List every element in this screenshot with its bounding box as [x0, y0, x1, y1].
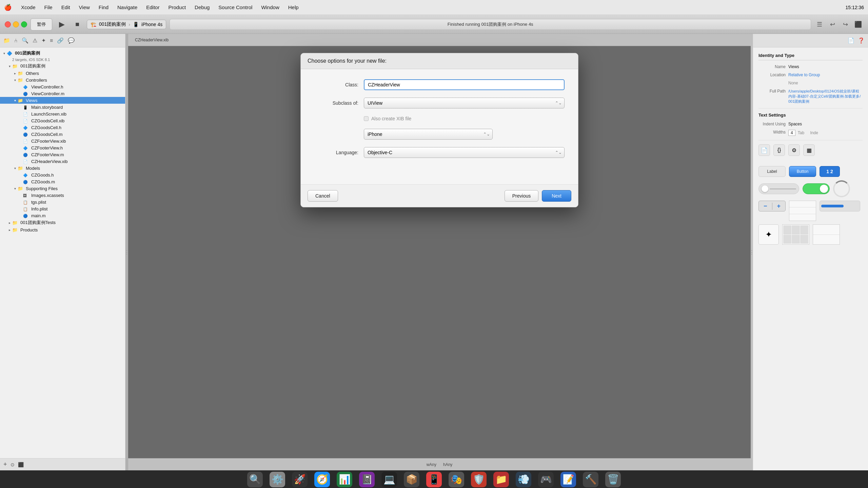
cancel-button[interactable]: Cancel: [308, 190, 338, 202]
folder-icon-btn[interactable]: 📁: [3, 37, 10, 44]
comment-icon-btn[interactable]: 💬: [68, 37, 75, 44]
content-tab-czheaderview[interactable]: CZHeaderView.xib: [132, 36, 172, 44]
git-icon-btn[interactable]: ⑃: [14, 38, 18, 44]
list-icon-btn[interactable]: ≡: [50, 38, 53, 44]
menu-file[interactable]: File: [43, 4, 54, 11]
stop-label-btn[interactable]: 暂停: [31, 18, 52, 30]
rp-12-widget-box[interactable]: 1 2: [820, 166, 840, 177]
apple-menu[interactable]: 🍎: [4, 4, 12, 11]
dock-filezilla[interactable]: 📁: [493, 472, 509, 487]
sidebar-item-czgoodscell-xib[interactable]: CZGoodsCell.xib: [0, 117, 125, 124]
sidebar-item-main-m[interactable]: main.m: [0, 212, 125, 219]
rp-file-icon-btn[interactable]: 📄: [758, 144, 770, 156]
sidebar-resize-handle[interactable]: [125, 34, 128, 470]
sidebar-item-info-plist[interactable]: Info.plist: [0, 205, 125, 212]
back-btn[interactable]: ↩: [827, 19, 837, 29]
next-button[interactable]: Next: [542, 190, 571, 202]
dock-cleanmymac[interactable]: 🛡️: [471, 472, 487, 487]
sidebar-item-main-storyboard[interactable]: Main.storyboard: [0, 104, 125, 110]
dock-xcode[interactable]: 🔨: [583, 472, 598, 487]
menu-product[interactable]: Product: [167, 4, 187, 11]
dock-launchpad[interactable]: 🚀: [292, 472, 308, 487]
menu-navigate[interactable]: Navigate: [116, 4, 139, 11]
dock-excel[interactable]: 📊: [337, 472, 352, 487]
rp-slider-widget[interactable]: [758, 183, 799, 194]
rp-button-widget-box[interactable]: Button: [789, 166, 816, 177]
sidebar-item-root[interactable]: 001团购案例: [0, 49, 125, 57]
rp-spinner-widget[interactable]: [833, 180, 850, 197]
dock-presentation[interactable]: 📱: [426, 472, 442, 487]
sidebar-item-products[interactable]: Products: [0, 226, 125, 233]
sidebar-item-czgoods-h[interactable]: CZGoods.h: [0, 171, 125, 178]
dock-sysprefs[interactable]: ⚙️: [270, 472, 285, 487]
dock-finder[interactable]: 🔍: [247, 472, 263, 487]
rp-table-widget[interactable]: [789, 201, 816, 221]
class-input[interactable]: [364, 79, 565, 90]
hierarchy-view-btn[interactable]: ☰: [814, 19, 825, 29]
subclass-select[interactable]: UIView: [364, 98, 565, 108]
menu-window[interactable]: Window: [260, 4, 280, 11]
rp-grid-widget[interactable]: [782, 224, 809, 245]
sidebar-item-images-xcassets[interactable]: Images.xcassets: [0, 192, 125, 199]
rp-gear-icon-btn[interactable]: ⚙: [788, 144, 800, 156]
dock-dash[interactable]: 💨: [516, 472, 531, 487]
rp-doc-icon[interactable]: 📄: [848, 37, 854, 44]
sidebar-item-views[interactable]: Views: [0, 97, 125, 104]
menu-edit[interactable]: Edit: [60, 4, 72, 11]
rp-label-widget-box[interactable]: Label: [758, 166, 786, 177]
dock-safari[interactable]: 🧭: [314, 472, 330, 487]
rp-layout-icon-btn[interactable]: ▦: [803, 144, 815, 156]
menu-xcode[interactable]: Xcode: [20, 4, 37, 11]
menu-find[interactable]: Find: [97, 4, 110, 11]
dock-app2[interactable]: 🎭: [449, 472, 464, 487]
also-create-xib-checkbox[interactable]: [364, 116, 369, 121]
layout-btn[interactable]: ⬛: [853, 19, 863, 29]
rp-help-icon[interactable]: ❓: [858, 37, 865, 44]
sidebar-item-czfooterview-m[interactable]: CZFooterView.m: [0, 151, 125, 158]
rp-split-widget[interactable]: [813, 224, 840, 245]
stop-button[interactable]: ■: [71, 18, 83, 30]
dock-trash[interactable]: 🗑️: [605, 472, 621, 487]
rp-brace-icon-btn[interactable]: {}: [773, 144, 785, 156]
language-select[interactable]: Objective-C Swift: [364, 147, 565, 158]
sidebar-item-viewcontroller-h[interactable]: ViewController.h: [0, 83, 125, 90]
dock-terminal[interactable]: 💻: [381, 472, 397, 487]
menu-view[interactable]: View: [78, 4, 91, 11]
sidebar-item-czgoodscell-m[interactable]: CZGoodsCell.m: [0, 131, 125, 138]
sidebar-item-launchscreen[interactable]: LaunchScreen.xib: [0, 110, 125, 117]
sidebar-item-tests[interactable]: 001团购案例Tests: [0, 219, 125, 226]
forward-btn[interactable]: ↪: [840, 19, 850, 29]
menu-help[interactable]: Help: [287, 4, 300, 11]
dock-app1[interactable]: 📦: [404, 472, 419, 487]
sidebar-item-others[interactable]: Others: [0, 70, 125, 77]
rp-toggle-widget[interactable]: [803, 183, 830, 194]
sidebar-item-czfooterview-h[interactable]: CZFooterView.h: [0, 144, 125, 151]
search-icon-btn[interactable]: 🔍: [22, 37, 28, 44]
menu-editor[interactable]: Editor: [145, 4, 161, 11]
sidebar-item-czgoods-m[interactable]: CZGoods.m: [0, 178, 125, 185]
link-icon-btn[interactable]: 🔗: [57, 37, 64, 44]
iphone-select[interactable]: iPhone iPad Universal: [364, 129, 493, 140]
previous-button[interactable]: Previous: [505, 190, 538, 202]
sidebar-item-czgoodscell-h[interactable]: CZGoodsCell.h: [0, 124, 125, 131]
dock-app3[interactable]: 🎮: [538, 472, 554, 487]
minimize-button[interactable]: [13, 21, 19, 27]
close-button[interactable]: [5, 21, 11, 27]
dock-word[interactable]: 📝: [560, 472, 576, 487]
rp-star-widget[interactable]: ✦: [758, 224, 779, 245]
sidebar-item-models[interactable]: Models: [0, 165, 125, 171]
menu-debug[interactable]: Debug: [193, 4, 211, 11]
warning-icon-btn[interactable]: ⚠: [33, 37, 37, 44]
sidebar-bottom-icon2[interactable]: ⊙: [11, 462, 15, 467]
maximize-button[interactable]: [21, 21, 27, 27]
add-file-btn[interactable]: +: [3, 461, 7, 468]
sidebar-item-supporting-files[interactable]: Supporting Files: [0, 185, 125, 192]
sidebar-bottom-icon3[interactable]: ⬛: [18, 462, 24, 467]
sidebar-item-viewcontroller-m[interactable]: ViewController.m: [0, 90, 125, 97]
toolbar-project-scheme[interactable]: 🏗️ 001团购案例 › 📱 iPhone 4s: [87, 20, 166, 29]
sidebar-item-czfooterview-xib[interactable]: CZFooterView.xib: [0, 138, 125, 144]
sidebar-item-controllers[interactable]: Controllers: [0, 77, 125, 83]
bookmark-icon-btn[interactable]: ✦: [41, 37, 46, 44]
menu-source-control[interactable]: Source Control: [217, 4, 254, 11]
sidebar-item-czheaderview-xib[interactable]: CZHeaderView.xib: [0, 158, 125, 165]
